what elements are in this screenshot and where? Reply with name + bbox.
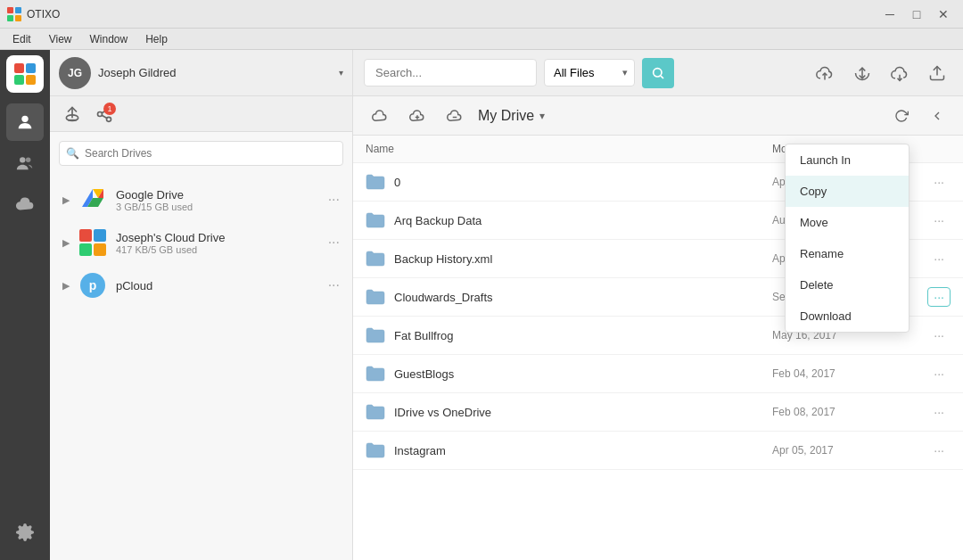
main-content-toolbar: My Drive ▾: [353, 96, 963, 136]
file-row[interactable]: Instagram Apr 05, 2017 ···: [353, 432, 963, 470]
cloud-upload-button[interactable]: [922, 58, 952, 88]
file-action-btn-5[interactable]: ···: [927, 364, 951, 383]
cloud-drive-more-button[interactable]: ···: [325, 233, 343, 252]
refresh-button[interactable]: [888, 103, 915, 129]
file-actions-5: ···: [897, 364, 951, 383]
file-modified-7: Apr 05, 2017: [772, 444, 897, 457]
context-menu-launch-in[interactable]: Launch In: [786, 144, 909, 176]
search-drives-input[interactable]: [59, 141, 343, 166]
file-name-3: Cloudwards_Drafts: [394, 291, 772, 304]
file-row[interactable]: IDrive vs OneDrive Feb 08, 2017 ···: [353, 393, 963, 432]
svg-point-6: [26, 158, 30, 163]
google-drive-chevron-icon: ▶: [62, 194, 73, 206]
profile-icon: [15, 112, 35, 132]
main-area: All Files Images Documents Audio Video: [353, 50, 963, 560]
pcloud-drive-chevron-icon: ▶: [62, 280, 73, 292]
nav-settings[interactable]: [6, 514, 44, 551]
minimize-button[interactable]: ─: [877, 5, 902, 23]
menu-edit[interactable]: Edit: [4, 31, 40, 47]
cloud-drive-info: Joseph's Cloud Drive 417 KB/5 GB used: [116, 231, 325, 255]
menu-help[interactable]: Help: [136, 31, 177, 47]
col-name-header: Name: [366, 143, 772, 155]
connections-badge: 1: [103, 103, 116, 115]
svg-rect-0: [7, 7, 13, 13]
title-bar: OTIXO ─ □ ✕: [0, 0, 963, 29]
svg-point-5: [20, 157, 25, 162]
file-action-btn-3-highlighted[interactable]: ···: [927, 287, 951, 307]
cloud-drive-name: Joseph's Cloud Drive: [116, 231, 325, 244]
context-menu-rename[interactable]: Rename: [786, 238, 909, 269]
nav-profile[interactable]: [6, 103, 44, 141]
cloud-copy-button[interactable]: [810, 58, 840, 88]
close-button[interactable]: ✕: [931, 5, 956, 23]
maximize-button[interactable]: □: [904, 5, 929, 23]
pcloud-drive-info: pCloud: [116, 279, 325, 292]
drive-home-button[interactable]: [366, 102, 394, 130]
cloud-move-button[interactable]: [885, 58, 915, 88]
folder-icon: [366, 442, 385, 458]
drive-item-pcloud[interactable]: ▶ p pCloud ···: [50, 264, 352, 307]
left-panel-header: JG Joseph Gildred ▾: [50, 50, 352, 96]
menu-bar: Edit View Window Help: [0, 29, 963, 50]
remove-cloud-button[interactable]: [440, 102, 469, 130]
nav-team[interactable]: [6, 144, 44, 182]
search-drives-icon: 🔍: [66, 147, 79, 160]
collapse-button[interactable]: [924, 103, 951, 129]
user-chevron-icon[interactable]: ▾: [339, 68, 343, 78]
file-actions-6: ···: [897, 402, 951, 422]
folder-icon: [366, 289, 385, 305]
drive-title-chevron-icon[interactable]: ▾: [539, 110, 545, 122]
menu-window[interactable]: Window: [80, 31, 136, 47]
user-name: Joseph Gildred: [98, 66, 332, 79]
remove-cloud-icon: [447, 108, 463, 124]
file-action-btn-0[interactable]: ···: [927, 172, 951, 192]
drive-title-area: My Drive ▾: [478, 108, 545, 124]
file-type-select-wrapper: All Files Images Documents Audio Video: [544, 59, 635, 86]
context-menu-delete[interactable]: Delete: [786, 269, 909, 301]
svg-line-12: [102, 115, 107, 118]
context-menu-move[interactable]: Move: [786, 207, 909, 238]
file-action-btn-6[interactable]: ···: [927, 402, 951, 422]
add-cloud-icon: [409, 108, 425, 124]
file-action-btn-4[interactable]: ···: [927, 325, 951, 345]
google-drive-name: Google Drive: [116, 188, 325, 202]
context-menu-download[interactable]: Download: [786, 301, 909, 332]
file-actions-7: ···: [897, 441, 951, 460]
file-action-btn-1[interactable]: ···: [927, 210, 951, 230]
main-search-button[interactable]: [642, 58, 674, 88]
team-icon: [15, 153, 35, 173]
file-modified-5: Feb 04, 2017: [772, 367, 897, 380]
nav-cloud[interactable]: [6, 185, 44, 223]
add-drive-icon: [63, 105, 81, 123]
add-drive-button[interactable]: [59, 101, 86, 128]
file-action-btn-7[interactable]: ···: [927, 441, 951, 460]
connections-button[interactable]: 1: [91, 101, 118, 128]
main-search-input[interactable]: [364, 59, 537, 86]
file-type-select[interactable]: All Files Images Documents Audio Video: [544, 59, 635, 86]
svg-point-10: [98, 111, 103, 116]
drive-title: My Drive: [478, 108, 534, 124]
cloud-transfer-icon: [853, 64, 871, 82]
folder-icon: [366, 174, 385, 190]
add-cloud-button[interactable]: [403, 102, 432, 130]
file-row[interactable]: GuestBlogs Feb 04, 2017 ···: [353, 355, 963, 393]
google-drive-info: Google Drive 3 GB/15 GB used: [116, 188, 325, 212]
context-menu-copy[interactable]: Copy: [786, 176, 909, 207]
file-action-btn-2[interactable]: ···: [927, 249, 951, 268]
user-avatar: JG: [59, 57, 91, 89]
svg-rect-1: [15, 7, 21, 13]
drive-item-google[interactable]: ▶ Google Drive 3 GB/15 GB used ···: [50, 178, 352, 221]
menu-view[interactable]: View: [40, 31, 81, 47]
drive-item-cloud[interactable]: ▶ Joseph's Cloud Drive 417 KB/5 GB used …: [50, 221, 352, 264]
pcloud-drive-more-button[interactable]: ···: [325, 276, 343, 295]
file-name-2: Backup History.xml: [394, 252, 772, 266]
svg-rect-21: [94, 243, 106, 256]
cloud-transfer-button[interactable]: [847, 58, 877, 88]
cloud-drive-chevron-icon: ▶: [62, 237, 73, 249]
google-drive-more-button[interactable]: ···: [325, 190, 343, 210]
context-menu: Launch In Copy Move Rename Delete Downlo…: [785, 144, 910, 333]
cloud-small-icon: [372, 108, 388, 124]
pcloud-drive-icon: p: [78, 271, 107, 300]
folder-icon: [366, 251, 385, 267]
folder-icon: [366, 404, 385, 420]
